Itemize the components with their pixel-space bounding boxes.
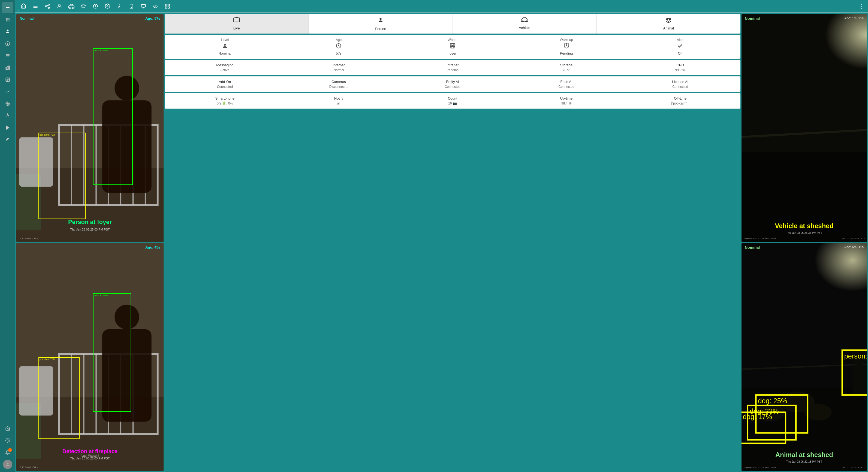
- count-value: 16 📷: [448, 101, 457, 105]
- event-vehicle-status: Nominal: [745, 17, 760, 21]
- status-ago: 57s: [328, 43, 349, 55]
- sidebar-alert-icon[interactable]: [2, 38, 13, 49]
- nav-vehicle[interactable]: [66, 1, 76, 11]
- camera-feed-bottom[interactable]: person: 70% pot plant: 70% Ago: 45s Dete…: [17, 243, 163, 471]
- svg-rect-49: [165, 7, 167, 8]
- event-animal-meta-l: sheshed 2021-01-28 1012210-04: [744, 466, 776, 469]
- nav-device[interactable]: [126, 1, 136, 11]
- svg-point-30: [59, 4, 61, 6]
- status-license-ai: License AI Connected: [669, 80, 691, 89]
- ago-icon: [336, 43, 342, 50]
- nav-clock[interactable]: [91, 1, 100, 11]
- svg-point-25: [48, 4, 50, 5]
- svg-text:person: 26%: person: 26%: [844, 352, 867, 360]
- sidebar-log-icon[interactable]: [2, 74, 13, 85]
- nav-person[interactable]: [55, 1, 64, 11]
- sidebar-radar-icon[interactable]: [2, 98, 13, 109]
- ago-value: 57s: [336, 51, 342, 55]
- col-alert: Alert: [669, 38, 691, 42]
- nav-share[interactable]: [42, 1, 52, 11]
- face-ai-label: Face AI: [560, 80, 572, 84]
- svg-point-103: [669, 20, 670, 21]
- event-animal-image: car: 33% person: 26% dog: 25% dog: 33% d…: [742, 243, 867, 471]
- tab-vehicle-label: Vehicle: [519, 26, 530, 30]
- tab-live[interactable]: Live: [165, 14, 309, 34]
- addon-label: Add-On: [219, 80, 231, 84]
- where-value: foyer: [449, 51, 457, 55]
- tab-person[interactable]: Person: [309, 14, 453, 34]
- status-level: Nominal: [214, 43, 236, 55]
- sidebar-settings-icon[interactable]: [2, 435, 13, 446]
- nav-grid[interactable]: [162, 1, 172, 11]
- left-panel: person: 70% pot plant: 70% Nominal Ago: …: [17, 14, 163, 471]
- tab-animal[interactable]: Animal: [597, 14, 740, 34]
- nav-home[interactable]: [19, 1, 28, 11]
- level-icon: [222, 43, 228, 50]
- sidebar-menu-icon[interactable]: ☰: [2, 2, 13, 13]
- svg-rect-9: [9, 66, 9, 69]
- sidebar-list-icon[interactable]: [2, 50, 13, 61]
- event-tabs: Live Person Vehicle: [165, 14, 740, 34]
- status-panel-1: Level Ago Where Wake-up Alert Nominal: [165, 35, 740, 59]
- sidebar-dashboard-icon[interactable]: ⊞: [2, 14, 13, 25]
- notification-badge: 1: [8, 448, 12, 452]
- svg-line-28: [46, 6, 48, 7]
- sidebar-play-icon[interactable]: [2, 122, 13, 133]
- smartphone-value: 0/2 🔋; 0%: [217, 101, 233, 105]
- tab-live-label: Live: [234, 26, 240, 30]
- content-area: person: 70% pot plant: 70% Nominal Ago: …: [15, 13, 868, 472]
- alert-check-icon: [677, 43, 683, 50]
- animal-tab-icon: [665, 17, 672, 25]
- wakeup-icon: [563, 43, 569, 50]
- sidebar-tool-icon[interactable]: [2, 134, 13, 145]
- where-icon: [450, 43, 456, 50]
- svg-point-0: [7, 30, 9, 32]
- event-animal[interactable]: car: 33% person: 26% dog: 25% dog: 33% d…: [742, 243, 867, 471]
- event-vehicle-ago: Ago: 1m: 21s: [844, 17, 864, 20]
- svg-point-46: [155, 6, 156, 7]
- col-wakeup: Wake-up: [556, 38, 578, 42]
- tab-animal-label: Animal: [663, 26, 674, 30]
- camera-timestamp-top: Thu Jan 28 06:25:03 PM PST: [70, 228, 110, 231]
- svg-point-26: [45, 6, 47, 7]
- sidebar-person-icon[interactable]: [2, 26, 13, 37]
- sidebar-home-icon[interactable]: [2, 423, 13, 434]
- intranet-value: Pending: [446, 68, 459, 72]
- nav-walk[interactable]: [115, 1, 124, 11]
- status-count: Count 16 📷: [442, 96, 463, 105]
- status-smartphone: Smartphone 0/2 🔋; 0%: [214, 96, 236, 105]
- event-animal-detection: Animal at sheshed: [775, 451, 833, 459]
- svg-point-16: [7, 104, 8, 104]
- svg-point-21: [7, 463, 9, 464]
- nav-eye[interactable]: [151, 1, 160, 11]
- notification-icon[interactable]: 1: [2, 447, 13, 458]
- event-animal-ago: Ago: 6m: 11s: [844, 245, 864, 249]
- event-vehicle[interactable]: car: 17% Nominal Ago: 1m: 21s Vehicle at…: [742, 14, 867, 242]
- user-avatar: [3, 460, 12, 469]
- nav-bug[interactable]: [79, 1, 88, 11]
- svg-point-104: [224, 43, 226, 46]
- license-ai-label: License AI: [672, 80, 688, 84]
- col-level: Level: [214, 38, 236, 42]
- bbox-person-bottom: person: 70%: [93, 293, 131, 412]
- svg-point-109: [566, 45, 567, 45]
- alert-value: Off: [678, 51, 683, 55]
- bbox-plant-bottom: pot plant: 70%: [38, 357, 80, 439]
- svg-point-107: [452, 45, 453, 47]
- event-animal-timestamp: Thu Jan 28 06:22:13 PM PST: [786, 460, 822, 463]
- status-storage: Storage 70 %: [556, 63, 578, 72]
- svg-text:dog: 17%: dog: 17%: [743, 413, 772, 420]
- sidebar-walk-icon[interactable]: [2, 110, 13, 121]
- nav-gear[interactable]: [102, 1, 112, 11]
- svg-point-20: [7, 440, 8, 441]
- nav-monitor[interactable]: [138, 1, 148, 11]
- wakeup-value: Pending: [560, 51, 573, 55]
- more-options-button[interactable]: ⋮: [859, 3, 865, 10]
- sidebar-chart-icon[interactable]: [2, 62, 13, 73]
- tab-vehicle[interactable]: Vehicle: [453, 14, 597, 34]
- camera-feed-top[interactable]: person: 70% pot plant: 70% Nominal Ago: …: [17, 14, 163, 242]
- sidebar-analytics-icon[interactable]: [2, 86, 13, 97]
- sidebar-avatar[interactable]: [2, 459, 13, 470]
- col-where: Where: [442, 38, 463, 42]
- nav-menu[interactable]: [31, 1, 40, 11]
